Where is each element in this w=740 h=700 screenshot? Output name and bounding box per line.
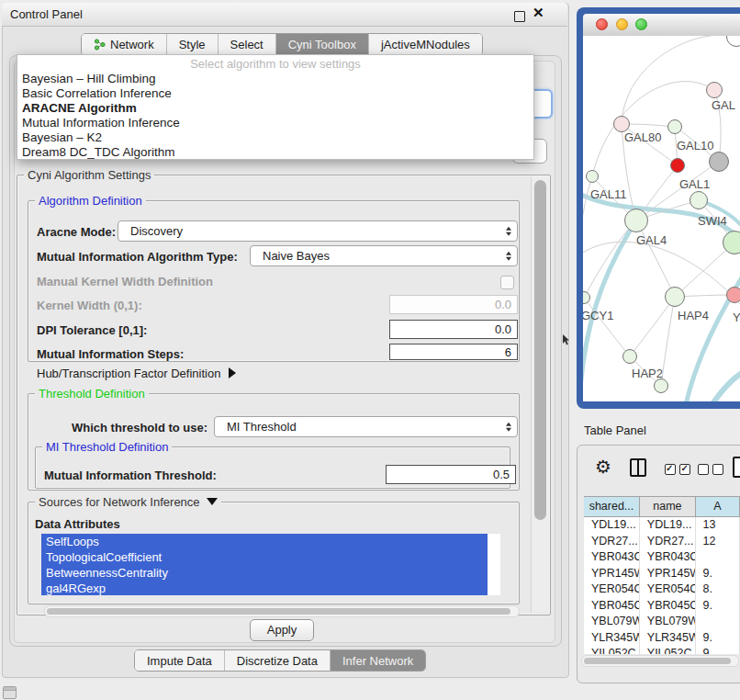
kernel-width-field[interactable]: 0.0	[389, 295, 518, 314]
column-header-shared-[interactable]: shared...	[584, 497, 640, 516]
node-label-gal80: GAL80	[624, 130, 661, 144]
hub-definition-expander[interactable]: Hub/Transcription Factor Definition	[37, 367, 236, 380]
network-node-gal4[interactable]	[624, 209, 648, 232]
table-row[interactable]: YBR043CYBR043C	[584, 549, 740, 566]
node-table[interactable]: shared...nameA YDL19...YDL19...13YDR27..…	[584, 496, 740, 654]
checked-pair-icon[interactable]	[665, 462, 690, 479]
node-label-gcy1: GCY1	[583, 309, 613, 322]
data-attributes-list[interactable]: SelfLoopsTopologicalCoefficientBetweenne…	[41, 534, 500, 595]
table-row[interactable]: YER054CYER054C8.	[584, 581, 740, 598]
algorithm-option-basic-correlation-inference[interactable]: Basic Correlation Inference	[17, 86, 533, 101]
network-node[interactable]	[654, 378, 668, 393]
algorithm-option-aracne-algorithm[interactable]: ARACNE Algorithm	[17, 101, 533, 116]
table-cell: YER054C	[640, 581, 696, 598]
table-header-row: shared...nameA	[584, 496, 740, 517]
aracne-mode-label: Aracne Mode:	[37, 225, 116, 239]
network-node-gal11[interactable]	[586, 170, 599, 183]
attribute-item-topologicalcoefficient[interactable]: TopologicalCoefficient	[41, 549, 488, 565]
table-cell: YPR145W	[640, 566, 696, 582]
bottom-tab-infer-network[interactable]: Infer Network	[330, 650, 425, 671]
attribute-item-gal4rgexp[interactable]: gal4RGexp	[41, 581, 488, 595]
network-node-gal1[interactable]	[690, 191, 708, 209]
attribute-item-selfloops[interactable]: SelfLoops	[41, 534, 488, 549]
file-icon[interactable]	[733, 457, 740, 478]
manual-kernel-width-label: Manual Kernel Width Definition	[37, 275, 213, 288]
algorithm-option-bayesian-hill-climbing[interactable]: Bayesian – Hill Climbing	[17, 72, 533, 86]
algorithm-dropdown-placeholder: Select algorithm to view settings	[17, 57, 533, 72]
mi-steps-field[interactable]: 6	[389, 344, 518, 360]
network-node-gal[interactable]	[706, 82, 723, 98]
algorithm-option-mutual-information-inference[interactable]: Mutual Information Inference	[17, 116, 533, 130]
split-columns-icon[interactable]	[630, 458, 646, 477]
network-node-hap4[interactable]	[665, 287, 685, 307]
tab-style[interactable]: Style	[166, 34, 218, 55]
network-node-hap2[interactable]	[622, 349, 637, 364]
mi-steps-label: Mutual Information Steps:	[37, 347, 184, 361]
network-node-swi4[interactable]	[723, 231, 740, 254]
network-node[interactable]	[709, 152, 729, 172]
which-threshold-select[interactable]: MI Threshold	[214, 416, 518, 437]
expand-right-icon	[229, 367, 236, 378]
close-icon[interactable]: ✕	[533, 5, 544, 21]
bottom-tab-discretize-data[interactable]: Discretize Data	[224, 650, 330, 671]
network-node-y[interactable]	[726, 287, 740, 303]
network-window-titlebar[interactable]	[583, 14, 740, 37]
table-panel-title: Table Panel	[584, 423, 646, 437]
bottom-tabbar: Impute DataDiscretize DataInfer Network	[134, 649, 426, 672]
mi-threshold-field[interactable]: 0.5	[386, 465, 516, 484]
sources-title[interactable]: Sources for Network Inference	[35, 495, 221, 509]
which-threshold-label: Which threshold to use:	[72, 421, 207, 435]
column-header-name[interactable]: name	[640, 497, 696, 516]
tab-select[interactable]: Select	[218, 34, 275, 55]
algorithm-option-bayesian-k2[interactable]: Bayesian – K2	[17, 130, 533, 145]
node-label-gal: GAL	[712, 98, 735, 112]
mi-algorithm-type-select[interactable]: Naive Bayes	[250, 245, 518, 266]
table-cell: YIL052C	[640, 646, 696, 654]
network-node[interactable]	[670, 158, 685, 173]
settings-vertical-scrollbar[interactable]	[531, 176, 549, 612]
tab-cyni-toolbox[interactable]: Cyni Toolbox	[275, 34, 368, 55]
network-node-gal10[interactable]	[667, 119, 682, 134]
tab-jactivemnodules[interactable]: jActiveMNodules	[368, 34, 482, 55]
algorithm-dropdown: Select algorithm to view settings Bayesi…	[17, 54, 534, 160]
panel-corner-icon[interactable]	[3, 686, 17, 699]
table-row[interactable]: YDR27...YDR27...12	[584, 534, 740, 550]
table-horizontal-scrollbar[interactable]	[581, 655, 739, 667]
close-traffic-light-icon[interactable]	[596, 18, 608, 30]
algorithm-definition-title: Algorithm Definition	[35, 194, 146, 208]
tab-network[interactable]: Network	[82, 34, 166, 55]
table-row[interactable]: YDL19...YDL19...13	[584, 517, 740, 534]
table-body: YDL19...YDL19...13YDR27...YDR27...12YBR0…	[584, 517, 740, 654]
kernel-width-label: Kernel Width (0,1):	[37, 299, 142, 312]
node-label-gal4: GAL4	[636, 233, 667, 247]
network-tab-icon	[94, 39, 106, 51]
sources-horizontal-scrollbar[interactable]	[44, 605, 520, 617]
table-cell: YDL19...	[584, 517, 640, 534]
gear-icon[interactable]: ⚙	[595, 456, 611, 478]
table-row[interactable]: YIL052CYIL052C9.	[584, 646, 740, 654]
unchecked-pair-icon[interactable]	[698, 462, 723, 479]
table-cell: YDL19...	[640, 517, 696, 534]
table-cell: YBL079W	[640, 614, 696, 630]
zoom-traffic-light-icon[interactable]	[635, 18, 647, 30]
attribute-item-betweennesscentrality[interactable]: BetweennessCentrality	[41, 565, 488, 581]
aracne-mode-select[interactable]: Discovery	[118, 220, 518, 242]
apply-button[interactable]: Apply	[250, 619, 314, 641]
bottom-tab-impute-data[interactable]: Impute Data	[135, 650, 224, 671]
table-cell	[696, 549, 740, 566]
node-label-gal10: GAL10	[677, 139, 713, 152]
manual-kernel-width-checkbox[interactable]	[500, 276, 514, 289]
network-canvas[interactable]: GALGAL80GAL10GAL1GAL11GAL4SWI4GCY1HAP4YH…	[583, 36, 740, 401]
minimize-traffic-light-icon[interactable]	[616, 18, 628, 30]
table-cell: 8.	[696, 581, 740, 598]
cyni-algorithm-settings-title: Cyni Algorithm Settings	[24, 168, 154, 182]
algorithm-option-dream8-dc-tdc-algorithm[interactable]: Dream8 DC_TDC Algorithm	[17, 145, 533, 160]
column-header-a[interactable]: A	[696, 497, 740, 516]
table-row[interactable]: YPR145WYPR145W9.	[584, 566, 740, 582]
float-window-icon[interactable]	[514, 11, 525, 22]
table-cell	[696, 614, 740, 630]
dpi-tolerance-field[interactable]: 0.0	[389, 320, 518, 339]
table-row[interactable]: YLR345WYLR345W9.	[584, 630, 740, 647]
table-row[interactable]: YBR045CYBR045C9.	[584, 598, 740, 615]
table-row[interactable]: YBL079WYBL079W	[584, 614, 740, 630]
